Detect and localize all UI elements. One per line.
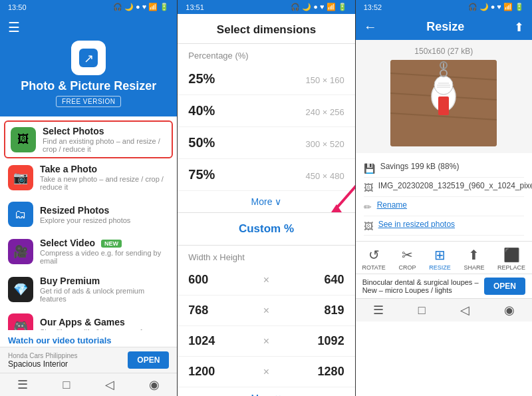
- time-2: 13:51: [186, 3, 204, 11]
- hero-section: ↗ Photo & Picture Resizer FREE VERSION: [0, 41, 177, 116]
- take-photo-sub: Take a new photo – and resize / crop / r…: [40, 175, 169, 191]
- select-video-text: Select Video NEW Compress a video e.g. f…: [40, 238, 169, 265]
- resized-photos-text: Resized Photos Explore your resized phot…: [40, 205, 169, 224]
- nav-menu-icon[interactable]: ☰: [17, 377, 28, 392]
- info-row-savings: 💾 Savings 199 kB (88%): [364, 158, 524, 178]
- menu-item-resized-photos[interactable]: 🗂 Resized Photos Explore your resized ph…: [0, 196, 177, 232]
- dim-wh-768[interactable]: 768 × 819: [178, 296, 354, 326]
- nav-bar-1: ☰ □ ◁ ◉: [0, 373, 177, 396]
- ad-title-1: Spacious Interior: [8, 359, 78, 369]
- menu-item-select-video[interactable]: 🎥 Select Video NEW Compress a video e.g.…: [0, 232, 177, 270]
- rotate-button[interactable]: ↺ ROTATE: [362, 247, 386, 271]
- w-1024: 1024: [188, 334, 215, 348]
- open-button-1[interactable]: OPEN: [128, 351, 169, 369]
- chevron-down2-icon: ∨: [275, 393, 281, 396]
- more-percentage-label: More: [251, 196, 273, 207]
- nav-home-icon[interactable]: □: [63, 378, 70, 392]
- open-button-3[interactable]: OPEN: [484, 278, 525, 295]
- resize-icon: ⊞: [434, 247, 446, 263]
- status-bar-2: 13:51 🎧 🌙 ● ♥ 📶 🔋: [178, 0, 354, 14]
- rename-link[interactable]: Rename: [377, 200, 407, 210]
- resized-photos-icon-box: 🗂: [8, 202, 33, 227]
- our-apps-text: Our Apps & Games Simplify your life & ha…: [40, 317, 169, 331]
- crop-icon: ✂: [402, 247, 413, 263]
- resize-button[interactable]: ⊞ RESIZE: [429, 247, 451, 271]
- nav-home-icon-3[interactable]: □: [418, 303, 426, 317]
- custom-percent-row[interactable]: Custom %: [178, 213, 354, 246]
- dim-wh-1024[interactable]: 1024 × 1092: [178, 326, 354, 357]
- watch-tutorials-link[interactable]: Watch our video tutorials: [0, 330, 177, 347]
- file-icon: 🖼: [364, 182, 373, 193]
- size-25: 150 × 160: [305, 75, 344, 85]
- pct-40: 40%: [188, 103, 215, 118]
- size-40: 240 × 256: [305, 107, 344, 117]
- share-icon[interactable]: ⬆: [514, 20, 524, 35]
- app-icon: ↗: [71, 41, 106, 75]
- photo-thumbnail: [390, 60, 497, 146]
- see-resized-icon: 🖼: [364, 221, 373, 232]
- screen-3: 13:52 🎧 🌙 ● ♥ 📶 🔋 ← Resize ⬆ 150x160 (27…: [356, 0, 532, 396]
- h-1280: 1280: [318, 365, 344, 379]
- our-apps-title: Our Apps & Games: [40, 317, 169, 327]
- time-1: 13:50: [8, 3, 27, 11]
- image-label: 150x160 (27 kB): [414, 47, 473, 56]
- nav-circle-icon[interactable]: ◉: [149, 377, 160, 392]
- rename-icon: ✏: [364, 202, 372, 212]
- dim-row-40[interactable]: 40% 240 × 256: [178, 95, 354, 127]
- sheet-header: Select dimensions: [178, 14, 354, 44]
- h-640: 640: [325, 273, 344, 287]
- replace-button[interactable]: ⬛ REPLACE: [497, 247, 525, 271]
- menu-item-select-photos[interactable]: 🖼 Select Photos Find an existing photo –…: [4, 120, 173, 158]
- buy-premium-text: Buy Premium Get rid of ads & unlock prem…: [40, 276, 169, 303]
- ad-bar-3: Binocular dental & surgical loupes – New…: [356, 274, 532, 298]
- nav-back-icon[interactable]: ◁: [105, 377, 114, 392]
- toolbar-title-3: Resize: [426, 20, 464, 34]
- rotate-label: ROTATE: [362, 264, 386, 271]
- select-photos-sub: Find an existing photo – and resize / cr…: [43, 137, 166, 153]
- select-video-title: Select Video NEW: [40, 238, 169, 248]
- percentage-section-label: Percentage (%): [178, 44, 354, 63]
- take-photo-title: Take a Photo: [40, 164, 169, 174]
- h-819: 819: [325, 303, 344, 317]
- x-sep-3: ×: [263, 335, 269, 347]
- share-label: SHARE: [464, 264, 484, 271]
- sheet-title: Select dimensions: [188, 23, 344, 37]
- status-icons-1: 🎧 🌙 ● ♥ 📶 🔋: [113, 3, 169, 11]
- time-3: 13:52: [364, 3, 382, 11]
- hamburger-icon[interactable]: ☰: [8, 19, 20, 35]
- menu-item-take-photo[interactable]: 📷 Take a Photo Take a new photo – and re…: [0, 158, 177, 196]
- nav-menu-icon-3[interactable]: ☰: [373, 303, 384, 317]
- dim-wh-600[interactable]: 600 × 640: [178, 265, 354, 296]
- x-sep-2: ×: [263, 305, 269, 317]
- image-section: 150x160 (27 kB): [356, 40, 532, 153]
- info-row-see-resized[interactable]: 🖼 See in resized photos: [364, 216, 524, 236]
- more-wh-label: More: [251, 393, 273, 396]
- menu-item-buy-premium[interactable]: 💎 Buy Premium Get rid of ads & unlock pr…: [0, 270, 177, 308]
- take-photo-text: Take a Photo Take a new photo – and resi…: [40, 164, 169, 191]
- app-title: Photo & Picture Resizer: [21, 79, 156, 93]
- select-video-icon-box: 🎥: [8, 239, 33, 264]
- pct-25: 25%: [188, 71, 215, 87]
- crop-button[interactable]: ✂ CROP: [398, 247, 416, 271]
- w-600: 600: [188, 273, 208, 287]
- dim-wh-1200[interactable]: 1200 × 1280: [178, 357, 354, 387]
- resize-label: RESIZE: [429, 264, 451, 271]
- screen-2: 13:51 🎧 🌙 ● ♥ 📶 🔋 Select dimensions Perc…: [178, 0, 354, 396]
- menu-item-our-apps[interactable]: 🎮 Our Apps & Games Simplify your life & …: [0, 308, 177, 330]
- more-wh-row[interactable]: More ∨: [178, 387, 354, 396]
- info-row-rename[interactable]: ✏ Rename: [364, 197, 524, 216]
- buy-premium-icon-box: 💎: [8, 277, 33, 302]
- ad-text-3: Binocular dental & surgical loupes – New…: [362, 278, 479, 294]
- select-photos-text: Select Photos Find an existing photo – a…: [43, 126, 166, 153]
- dim-row-25[interactable]: 25% 150 × 160: [178, 63, 354, 95]
- size-50: 300 × 520: [305, 139, 344, 149]
- nav-back-icon-3[interactable]: ◁: [460, 303, 469, 317]
- savings-text: Savings 199 kB (88%): [380, 162, 460, 171]
- rotate-icon: ↺: [368, 247, 380, 263]
- share-button[interactable]: ⬆ SHARE: [464, 247, 484, 271]
- back-icon[interactable]: ←: [364, 19, 377, 35]
- nav-circle-icon-3[interactable]: ◉: [504, 303, 515, 317]
- see-resized-link[interactable]: See in resized photos: [378, 220, 455, 229]
- replace-icon: ⬛: [503, 247, 520, 263]
- dim-row-50[interactable]: 50% 300 × 520: [178, 127, 354, 159]
